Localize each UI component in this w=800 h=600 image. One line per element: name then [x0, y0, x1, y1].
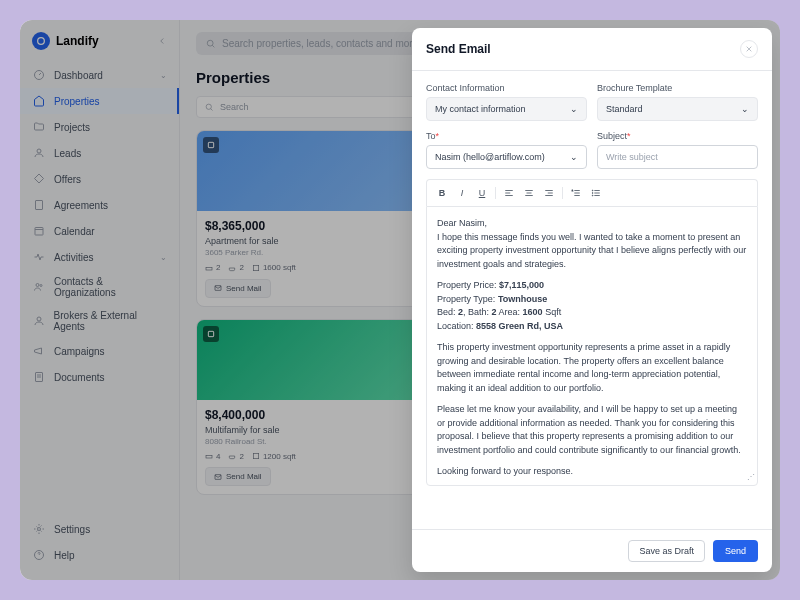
editor-toolbar: B I U 1 — [426, 179, 758, 206]
brochure-label: Brochure Template — [597, 83, 758, 93]
ordered-list-button[interactable]: 1 — [567, 184, 585, 202]
align-center-button[interactable] — [520, 184, 538, 202]
to-input[interactable]: Nasim (hello@artiflow.com) ⌄ — [426, 145, 587, 169]
align-left-button[interactable] — [500, 184, 518, 202]
closing: Looking forward to your response. — [437, 465, 747, 479]
paragraph: Please let me know your availability, an… — [437, 403, 747, 457]
chevron-down-icon: ⌄ — [741, 104, 749, 114]
brochure-select[interactable]: Standard ⌄ — [597, 97, 758, 121]
align-center-icon — [524, 188, 534, 198]
italic-button[interactable]: I — [453, 184, 471, 202]
subject-input[interactable]: Write subject — [597, 145, 758, 169]
chevron-down-icon: ⌄ — [570, 104, 578, 114]
intro: I hope this message finds you well. I wa… — [437, 231, 747, 272]
align-right-button[interactable] — [540, 184, 558, 202]
email-body-editor[interactable]: Dear Nasim, I hope this message finds yo… — [426, 206, 758, 486]
align-left-icon — [504, 188, 514, 198]
resize-handle[interactable]: ⋰ — [747, 471, 755, 483]
modal-body: Contact Information My contact informati… — [412, 71, 772, 529]
svg-point-56 — [592, 195, 593, 196]
app-window: Landify Dashboard ⌄ Properties Projects … — [20, 20, 780, 580]
modal-header: Send Email — [412, 28, 772, 71]
contact-label: Contact Information — [426, 83, 587, 93]
send-email-modal: Send Email Contact Information My contac… — [412, 28, 772, 572]
bold-button[interactable]: B — [433, 184, 451, 202]
unordered-list-icon — [591, 188, 601, 198]
ordered-list-icon: 1 — [571, 188, 581, 198]
close-icon — [745, 45, 753, 53]
subject-label: Subject* — [597, 131, 758, 141]
svg-point-55 — [592, 193, 593, 194]
align-right-icon — [544, 188, 554, 198]
chevron-down-icon: ⌄ — [570, 152, 578, 162]
paragraph: This property investment opportunity rep… — [437, 341, 747, 395]
contact-select[interactable]: My contact information ⌄ — [426, 97, 587, 121]
close-button[interactable] — [740, 40, 758, 58]
greeting: Dear Nasim, — [437, 217, 747, 231]
modal-footer: Save as Draft Send — [412, 529, 772, 572]
unordered-list-button[interactable] — [587, 184, 605, 202]
send-button[interactable]: Send — [713, 540, 758, 562]
modal-title: Send Email — [426, 42, 491, 56]
save-draft-button[interactable]: Save as Draft — [628, 540, 705, 562]
svg-text:1: 1 — [572, 189, 574, 192]
underline-button[interactable]: U — [473, 184, 491, 202]
details: Property Price: $7,115,000 Property Type… — [437, 279, 747, 333]
svg-point-54 — [592, 190, 593, 191]
to-label: To* — [426, 131, 587, 141]
